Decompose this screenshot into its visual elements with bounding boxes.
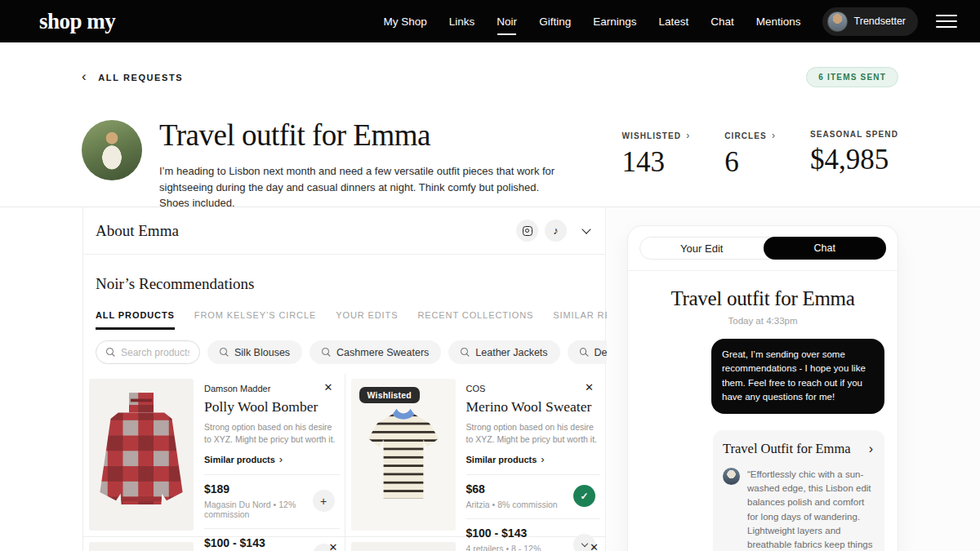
- edit-quote-text: “Effortlessly chic with a sun-washed edg…: [747, 468, 875, 551]
- chat-aside: Your Edit Chat Travel outfit for Emma To…: [607, 207, 980, 551]
- tab-your-edits[interactable]: YOUR EDITS: [336, 310, 398, 330]
- stat-wishlisted-value: 143: [622, 146, 691, 179]
- product-brand: COS: [466, 384, 601, 393]
- add-product-button[interactable]: +: [313, 490, 335, 512]
- logo[interactable]: shop my: [39, 9, 115, 34]
- page: shop my My Shop Links Noir Gifting Earni…: [0, 0, 980, 551]
- main-nav: My Shop Links Noir Gifting Earnings Late…: [384, 16, 801, 28]
- retailer-info: Magasin Du Nord • 12% commission: [204, 500, 313, 519]
- similar-products-link[interactable]: Similar products ›: [466, 453, 601, 465]
- retailer-info: Aritzia • 8% commission: [466, 500, 558, 509]
- close-icon[interactable]: ✕: [585, 382, 594, 393]
- requester-avatar: [82, 120, 142, 180]
- close-icon[interactable]: ✕: [324, 382, 333, 393]
- chevron-right-icon: ›: [686, 130, 690, 141]
- product-image[interactable]: [351, 542, 456, 551]
- tab-from-kelseys-circle[interactable]: FROM KELSEY’S CIRCLE: [194, 310, 316, 330]
- back-chevron-icon: ‹: [82, 69, 87, 83]
- product-brand: Damson Madder: [204, 384, 340, 393]
- product-note: Strong option based on his desire to XYZ…: [204, 421, 340, 446]
- edit-card-title: Travel Outfit for Emma: [723, 441, 851, 457]
- product-price: $189: [204, 482, 313, 495]
- profile-label: Trendsetter: [854, 16, 906, 27]
- nav-item-gifting[interactable]: Gifting: [539, 16, 571, 28]
- edit-card: Travel Outfit for Emma › “Effortlessly c…: [713, 430, 884, 551]
- nav-item-mentions[interactable]: Mentions: [756, 16, 801, 28]
- filter-chip-leather-jackets[interactable]: Leather Jackets: [448, 340, 559, 364]
- price-row: $189 Magasin Du Nord • 12% commission +: [204, 474, 340, 519]
- product-name: Merino Wool Sweater: [466, 398, 601, 415]
- product-image[interactable]: [89, 542, 194, 551]
- nav-item-noir[interactable]: Noir: [497, 16, 517, 28]
- chevron-right-icon: ›: [772, 130, 776, 141]
- tiktok-icon[interactable]: ♪: [545, 220, 567, 242]
- items-sent-badge: 6 ITEMS SENT: [806, 67, 898, 87]
- stat-wishlisted: WISHLISTED › 143: [622, 130, 691, 211]
- tab-all-products[interactable]: ALL PRODUCTS: [96, 310, 175, 330]
- back-label: ALL REQUESTS: [98, 73, 183, 82]
- chat-message-bubble: Great, I’m sending over some recommendat…: [711, 339, 884, 414]
- edit-card-quote: “Effortlessly chic with a sun-washed edg…: [723, 468, 875, 551]
- profile-pill[interactable]: Trendsetter: [822, 7, 918, 36]
- filter-chip-silk-blouses[interactable]: Silk Blouses: [207, 340, 302, 364]
- about-title: About Emma: [96, 222, 179, 240]
- nav-item-earnings[interactable]: Earnings: [593, 16, 636, 28]
- search-icon: [322, 348, 331, 357]
- price-row: $68 Aritzia • 8% commission ✓: [466, 474, 601, 509]
- product-note: Strong option based on his desire to XYZ…: [466, 421, 601, 446]
- chevron-right-icon: ›: [279, 453, 283, 465]
- close-icon[interactable]: ✕: [329, 542, 338, 551]
- search-icon: [106, 348, 115, 357]
- panel-toggle: Your Edit Chat: [639, 237, 886, 260]
- stat-seasonal-spend: SEASONAL SPEND $4,985: [810, 130, 898, 211]
- product-grid-next-row: ✕ ✕: [83, 536, 605, 551]
- product-image[interactable]: [89, 379, 194, 531]
- added-check-button[interactable]: ✓: [573, 485, 595, 507]
- product-card: ✕: [345, 537, 606, 551]
- recommendations-tabs: ALL PRODUCTS FROM KELSEY’S CIRCLE YOUR E…: [96, 310, 593, 330]
- chat-timestamp: Today at 4:33pm: [628, 316, 898, 326]
- stylist-avatar: [723, 468, 740, 485]
- nav-item-my-shop[interactable]: My Shop: [384, 16, 427, 28]
- page-title: Travel outfit for Emma: [159, 118, 561, 153]
- similar-products-link[interactable]: Similar products ›: [204, 453, 340, 465]
- tab-recent-collections[interactable]: RECENT COLLECTIONS: [417, 310, 533, 330]
- nav-item-chat[interactable]: Chat: [710, 16, 734, 28]
- close-icon[interactable]: ✕: [590, 542, 599, 551]
- stats: WISHLISTED › 143 CIRCLES › 6 SEASONAL SP…: [622, 116, 899, 211]
- request-header: Travel outfit for Emma I’m heading to Li…: [82, 116, 898, 211]
- chevron-right-icon: ›: [541, 453, 544, 465]
- stat-circles: CIRCLES › 6: [724, 130, 776, 211]
- wishlisted-badge: Wishlisted: [359, 387, 420, 403]
- filter-row: Silk Blouses Cashmere Sweaters Leather J…: [96, 340, 605, 364]
- search-box[interactable]: [96, 340, 200, 364]
- stat-seasonal-spend-value: $4,985: [810, 144, 898, 176]
- stat-circles-link[interactable]: CIRCLES ›: [724, 130, 776, 141]
- back-link[interactable]: ‹ ALL REQUESTS: [82, 71, 183, 83]
- edit-card-link[interactable]: Travel Outfit for Emma ›: [723, 441, 875, 457]
- tab-your-edit[interactable]: Your Edit: [640, 238, 764, 259]
- search-icon: [580, 348, 589, 357]
- chevron-down-icon[interactable]: [581, 224, 590, 233]
- stat-wishlisted-link[interactable]: WISHLISTED ›: [622, 130, 691, 141]
- product-image[interactable]: Wishlisted: [351, 379, 456, 531]
- profile-avatar: [827, 11, 848, 32]
- recommendations-title: Noir’s Recommendations: [96, 275, 593, 293]
- product-card: ✕ Damson Madder Polly Wool Bomber Strong…: [83, 374, 345, 536]
- nav-item-latest[interactable]: Latest: [658, 16, 688, 28]
- search-input[interactable]: [121, 347, 189, 358]
- tab-chat[interactable]: Chat: [764, 237, 887, 260]
- filter-chip-cashmere-sweaters[interactable]: Cashmere Sweaters: [310, 340, 441, 364]
- chat-panel: Your Edit Chat Travel outfit for Emma To…: [627, 225, 898, 551]
- divider: [628, 270, 898, 271]
- stat-circles-value: 6: [724, 146, 776, 179]
- toolbar-row: ‹ ALL REQUESTS 6 ITEMS SENT: [82, 67, 898, 87]
- nav-item-links[interactable]: Links: [449, 16, 475, 28]
- stat-seasonal-spend-label: SEASONAL SPEND: [810, 130, 898, 139]
- instagram-icon[interactable]: [516, 220, 538, 242]
- product-price: $68: [466, 482, 558, 495]
- request-description: I’m heading to Lisbon next month and nee…: [159, 163, 561, 211]
- recommendations-panel: About Emma ♪ Noir’s Recommendations ALL …: [82, 207, 606, 551]
- menu-icon[interactable]: [936, 15, 957, 28]
- product-card: Wishlisted ✕ COS: [345, 374, 606, 536]
